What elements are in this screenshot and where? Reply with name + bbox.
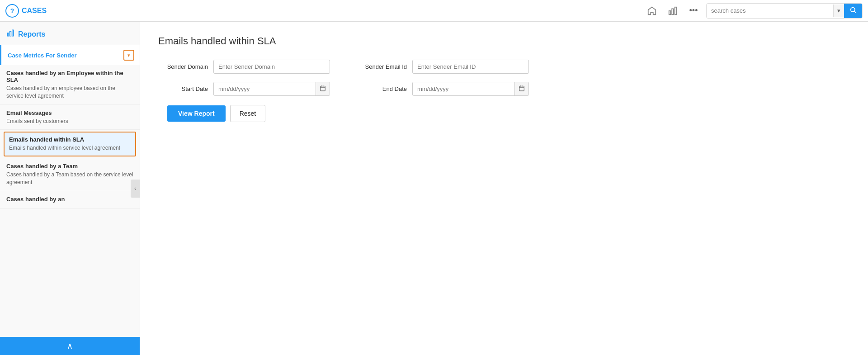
start-date-row: Start Date bbox=[158, 82, 330, 96]
sidebar-item-cases-by-employee[interactable]: Cases handled by an bbox=[0, 191, 140, 209]
case-metrics-dropdown-button[interactable]: ▾ bbox=[123, 50, 134, 61]
email-messages-desc: Emails sent by customers bbox=[6, 118, 133, 125]
scroll-top-icon: ∧ bbox=[67, 341, 73, 351]
sidebar-item-email-messages[interactable]: Email Messages Emails sent by customers bbox=[0, 105, 140, 130]
sidebar-item-team-cases[interactable]: Cases handled by a Team Cases handled by… bbox=[0, 158, 140, 191]
reset-button[interactable]: Reset bbox=[230, 105, 266, 122]
team-cases-desc: Cases handled by a Team based on the ser… bbox=[6, 171, 133, 186]
svg-rect-12 bbox=[519, 86, 524, 91]
employee-sla-title: Cases handled by an Employee within the … bbox=[6, 70, 133, 83]
cases-by-employee-title: Cases handled by an bbox=[6, 196, 133, 203]
end-date-calendar-button[interactable] bbox=[514, 82, 528, 95]
chevron-down-icon: ▾ bbox=[837, 7, 840, 14]
search-input[interactable] bbox=[707, 5, 833, 17]
page-title: Emails handled within SLA bbox=[158, 35, 850, 47]
svg-rect-8 bbox=[321, 86, 326, 91]
search-container: ▾ bbox=[706, 3, 863, 19]
svg-rect-7 bbox=[12, 30, 14, 36]
app-title: CASES bbox=[22, 7, 47, 15]
start-date-calendar-button[interactable] bbox=[316, 82, 330, 95]
top-navigation: ? CASES ••• ▾ bbox=[0, 0, 868, 22]
logo-icon: ? bbox=[5, 4, 19, 18]
emails-sla-desc: Emails handled within service level agre… bbox=[9, 144, 131, 152]
svg-rect-1 bbox=[672, 9, 674, 14]
sidebar-item-emails-sla[interactable]: Emails handled within SLA Emails handled… bbox=[4, 132, 136, 156]
end-date-wrapper bbox=[412, 82, 529, 96]
start-date-wrapper bbox=[213, 82, 330, 96]
sender-email-row: Sender Email Id bbox=[357, 60, 529, 74]
start-date-input[interactable] bbox=[214, 82, 316, 95]
sender-domain-row: Sender Domain bbox=[158, 60, 330, 74]
sidebar: Reports Case Metrics For Sender ▾ Cases … bbox=[0, 22, 140, 355]
sender-email-label: Sender Email Id bbox=[357, 63, 407, 70]
sidebar-item-employee-sla[interactable]: Cases handled by an Employee within the … bbox=[0, 65, 140, 105]
more-icon: ••• bbox=[689, 6, 698, 15]
main-layout: Reports Case Metrics For Sender ▾ Cases … bbox=[0, 22, 868, 355]
app-logo: ? CASES bbox=[5, 4, 47, 18]
end-date-label: End Date bbox=[357, 85, 407, 92]
svg-line-4 bbox=[854, 11, 856, 13]
svg-rect-2 bbox=[675, 7, 677, 14]
dropdown-icon: ▾ bbox=[127, 52, 130, 58]
view-report-button[interactable]: View Report bbox=[167, 105, 226, 122]
main-content: Emails handled within SLA Sender Domain … bbox=[140, 22, 868, 355]
scroll-top-button[interactable]: ∧ bbox=[0, 337, 140, 355]
search-submit-button[interactable] bbox=[844, 4, 862, 18]
sender-domain-label: Sender Domain bbox=[158, 63, 208, 70]
sub-menu-items: Cases handled by an Employee within the … bbox=[0, 65, 140, 209]
collapse-icon: ‹ bbox=[134, 185, 136, 192]
case-metrics-label: Case Metrics For Sender bbox=[8, 52, 76, 59]
emails-sla-title: Emails handled within SLA bbox=[9, 136, 131, 143]
action-row: View Report Reset bbox=[167, 105, 850, 122]
home-button[interactable] bbox=[644, 3, 660, 19]
team-cases-title: Cases handled by a Team bbox=[6, 163, 133, 170]
svg-rect-5 bbox=[7, 33, 9, 36]
search-dropdown-button[interactable]: ▾ bbox=[833, 5, 844, 17]
employee-sla-desc: Cases handled by an employee based on th… bbox=[6, 85, 133, 100]
sidebar-item-case-metrics[interactable]: Case Metrics For Sender ▾ bbox=[0, 45, 140, 65]
case-metrics-header: Case Metrics For Sender ▾ bbox=[1, 45, 140, 65]
sidebar-collapse-button[interactable]: ‹ bbox=[131, 180, 140, 198]
sender-domain-input[interactable] bbox=[213, 60, 330, 74]
sender-email-input[interactable] bbox=[412, 60, 529, 74]
sidebar-header: Reports bbox=[0, 22, 140, 45]
chart-button[interactable] bbox=[665, 3, 681, 19]
report-form: Sender Domain Sender Email Id Start Date bbox=[158, 60, 529, 96]
svg-rect-6 bbox=[10, 31, 11, 36]
start-date-label: Start Date bbox=[158, 85, 208, 92]
more-button[interactable]: ••• bbox=[685, 3, 702, 19]
sidebar-header-label: Reports bbox=[18, 30, 45, 38]
svg-point-3 bbox=[851, 7, 855, 11]
end-date-input[interactable] bbox=[413, 82, 514, 95]
reports-icon bbox=[6, 29, 14, 39]
email-messages-title: Email Messages bbox=[6, 109, 133, 116]
svg-rect-0 bbox=[669, 11, 671, 14]
end-date-row: End Date bbox=[357, 82, 529, 96]
